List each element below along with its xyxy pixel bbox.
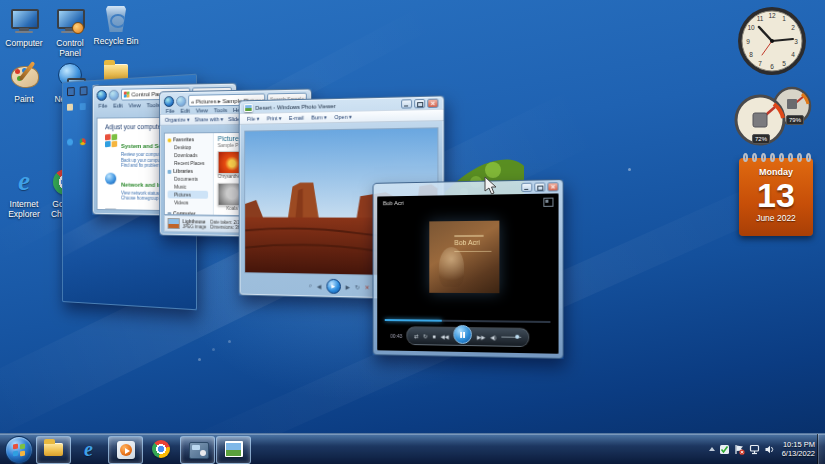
flip-window-media-player[interactable]: Bob Acri Bob Acri 00:43 ⇄ ↻ ■ ◀◀ ▶▶ bbox=[373, 179, 564, 359]
taskbar-internet-explorer[interactable]: e bbox=[72, 436, 105, 462]
shuffle-icon[interactable]: ⇄ bbox=[414, 333, 418, 339]
menu-file[interactable]: File bbox=[98, 103, 107, 109]
desktop-icon-paint[interactable]: Paint bbox=[1, 62, 47, 104]
forward-button[interactable] bbox=[109, 89, 119, 100]
maximize-button[interactable] bbox=[534, 182, 545, 191]
file-menu[interactable]: File ▾ bbox=[247, 116, 259, 122]
minimize-button[interactable] bbox=[521, 183, 532, 192]
taskbar-media-player[interactable] bbox=[108, 436, 143, 464]
action-center-flag-icon[interactable] bbox=[734, 444, 745, 455]
repeat-icon[interactable]: ↻ bbox=[423, 333, 427, 339]
open-menu[interactable]: Open ▾ bbox=[334, 114, 351, 120]
zoom-icon[interactable]: ⌕ bbox=[309, 282, 312, 289]
taskbar-google-chrome[interactable] bbox=[144, 436, 177, 462]
menu-tools[interactable]: Tools bbox=[147, 102, 160, 108]
back-button[interactable] bbox=[164, 96, 174, 107]
now-playing-area: Bob Acri Bob Acri 00:43 ⇄ ↻ ■ ◀◀ ▶▶ bbox=[377, 193, 558, 353]
calendar-ring bbox=[752, 153, 757, 162]
album-art: Bob Acri bbox=[429, 221, 499, 294]
meter-gadget[interactable]: 72% 79% bbox=[732, 86, 822, 150]
slideshow-button[interactable]: ▶ bbox=[326, 278, 341, 293]
svg-text:11: 11 bbox=[757, 15, 764, 22]
menu-edit[interactable]: Edit bbox=[113, 103, 123, 109]
rotate-icon[interactable]: ↻ bbox=[355, 283, 360, 290]
close-button[interactable] bbox=[547, 182, 558, 191]
maximize-button[interactable] bbox=[414, 99, 425, 108]
nav-desktop[interactable]: Desktop bbox=[168, 143, 213, 151]
tray-expand-icon[interactable] bbox=[709, 447, 715, 451]
nav-recent-places[interactable]: Recent Places bbox=[168, 159, 213, 167]
volume-slider[interactable] bbox=[501, 336, 521, 338]
organize-button[interactable]: Organize ▾ bbox=[165, 117, 190, 123]
show-desktop-button[interactable] bbox=[817, 434, 825, 464]
taskbar-control-panel[interactable] bbox=[180, 436, 215, 464]
share-with-button[interactable]: Share with ▾ bbox=[194, 116, 223, 122]
svg-text:8: 8 bbox=[749, 51, 753, 58]
calendar-ring bbox=[806, 153, 811, 162]
homegroup-status-icon[interactable] bbox=[719, 444, 730, 455]
back-button[interactable] bbox=[97, 89, 107, 100]
control-panel-icon bbox=[124, 92, 130, 98]
delete-icon[interactable]: ✕ bbox=[365, 283, 370, 290]
hardware-sound-icon bbox=[105, 205, 117, 212]
menu-view[interactable]: View bbox=[196, 107, 208, 113]
minimize-button[interactable] bbox=[401, 99, 412, 108]
desktop-icon-internet-explorer[interactable]: e Internet Explorer bbox=[1, 167, 47, 219]
wallpaper-sparkle bbox=[212, 348, 215, 351]
forward-button[interactable] bbox=[176, 95, 186, 106]
internet-explorer-icon: e bbox=[9, 167, 39, 197]
nav-favorites[interactable]: Favorites bbox=[168, 135, 213, 143]
start-button[interactable] bbox=[5, 436, 33, 464]
calendar-month-year: June 2022 bbox=[739, 213, 813, 223]
nav-libraries[interactable]: Libraries bbox=[168, 167, 213, 175]
pause-button[interactable] bbox=[454, 325, 472, 344]
clock-gadget[interactable]: 1212 345 678 91011 bbox=[736, 5, 808, 77]
nav-downloads[interactable]: Downloads bbox=[168, 151, 213, 159]
next-icon[interactable]: ▶▶ bbox=[477, 334, 485, 340]
mouse-cursor bbox=[484, 176, 498, 196]
close-button[interactable] bbox=[427, 99, 438, 108]
menu-edit[interactable]: Edit bbox=[180, 108, 190, 114]
elapsed-time: 00:43 bbox=[390, 333, 402, 339]
nav-computer[interactable]: Computer bbox=[168, 209, 213, 215]
tray-clock[interactable]: 10:15 PM 6/13/2022 bbox=[782, 440, 815, 458]
wallpaper-sparkle bbox=[628, 168, 631, 171]
svg-text:10: 10 bbox=[747, 24, 755, 31]
media-player-window: Bob Acri Bob Acri 00:43 ⇄ ↻ ■ ◀◀ ▶▶ bbox=[373, 179, 564, 359]
seek-bar[interactable] bbox=[385, 319, 551, 323]
previous-icon[interactable]: ◀ bbox=[317, 282, 321, 289]
nav-documents[interactable]: Documents bbox=[168, 175, 213, 183]
control-panel-icon bbox=[55, 6, 85, 36]
taskbar-photo-viewer[interactable] bbox=[216, 436, 251, 464]
calendar-ring bbox=[779, 153, 784, 162]
stop-icon[interactable]: ■ bbox=[433, 333, 436, 339]
volume-icon[interactable] bbox=[764, 444, 775, 455]
switch-to-library-icon[interactable] bbox=[543, 198, 553, 207]
window-title: Desert - Windows Photo Viewer bbox=[255, 103, 335, 111]
meter-small-value: 79% bbox=[786, 115, 804, 125]
svg-text:4: 4 bbox=[791, 51, 795, 58]
selected-file-thumbnail bbox=[168, 218, 180, 229]
email-button[interactable]: E-mail bbox=[289, 115, 304, 121]
desktop-icon-control-panel[interactable]: Control Panel bbox=[47, 6, 93, 58]
desktop-icon-label: Control Panel bbox=[47, 38, 93, 58]
desktop-icon-recycle-bin[interactable]: Recycle Bin bbox=[93, 4, 139, 46]
meter-large-value: 72% bbox=[752, 134, 770, 144]
next-icon[interactable]: ▶ bbox=[345, 283, 350, 290]
menu-tools[interactable]: Tools bbox=[214, 107, 227, 113]
burn-menu[interactable]: Burn ▾ bbox=[311, 114, 326, 120]
previous-icon[interactable]: ◀◀ bbox=[441, 333, 449, 339]
svg-text:2: 2 bbox=[791, 24, 795, 31]
mute-icon[interactable]: ◀) bbox=[490, 334, 496, 340]
network-status-icon[interactable] bbox=[749, 444, 760, 455]
print-menu[interactable]: Print ▾ bbox=[267, 115, 282, 121]
desktop-icon-computer[interactable]: Computer bbox=[1, 6, 47, 48]
menu-file[interactable]: File bbox=[166, 108, 175, 114]
calendar-gadget[interactable]: Monday 13 June 2022 bbox=[739, 158, 813, 236]
recycle-bin-icon bbox=[101, 4, 131, 34]
nav-music[interactable]: Music bbox=[168, 183, 213, 191]
menu-view[interactable]: View bbox=[129, 102, 141, 108]
desktop-icon-label: Computer bbox=[1, 38, 47, 48]
nav-videos[interactable]: Videos bbox=[168, 198, 213, 206]
taskbar-windows-explorer[interactable] bbox=[36, 436, 71, 464]
